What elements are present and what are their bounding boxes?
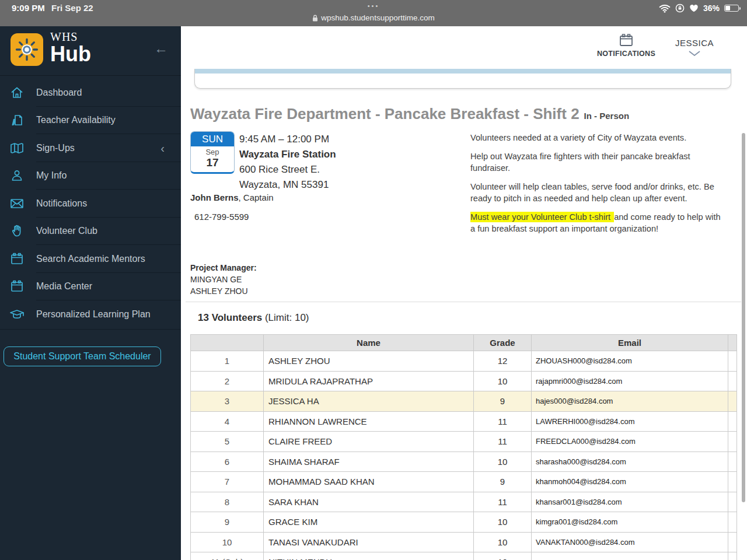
app-title: WHS Hub xyxy=(50,31,91,65)
project-manager-label: Project Manager: xyxy=(190,262,257,274)
tab-dots: ••• xyxy=(0,2,747,9)
sidebar-divider xyxy=(0,329,181,330)
cell-number: 6 xyxy=(191,452,264,472)
envelope-icon xyxy=(9,197,25,210)
cell-extra xyxy=(728,552,737,560)
description-paragraph: Must wear your Volunteer Club t-shirt an… xyxy=(470,211,727,235)
cell-name: SHAIMA SHARAF xyxy=(264,452,474,472)
cell-number: 2 xyxy=(191,371,264,391)
sidebar-item-sign-ups[interactable]: Sign-Ups ‹ xyxy=(0,134,181,162)
status-icons: 36% xyxy=(659,3,739,13)
user-menu[interactable]: JESSICA xyxy=(671,38,718,56)
cell-grade: 11 xyxy=(474,411,532,432)
cell-number: 4 xyxy=(191,411,264,432)
column-header-email: Email xyxy=(532,335,728,351)
notifications-label: NOTIFICATIONS xyxy=(594,50,658,58)
table-row[interactable]: 4 RHIANNON LAWRENCE 11 LAWRERHI000@isd28… xyxy=(191,411,737,432)
cell-grade: 11 xyxy=(474,432,532,452)
volunteers-heading: 13 Volunteers (Limit: 10) xyxy=(198,312,309,324)
calendar-icon xyxy=(9,252,25,266)
wifi-icon xyxy=(659,4,671,13)
sidebar-item-search-academic-mentors[interactable]: Search Academic Mentors xyxy=(0,245,181,273)
volunteers-table-body: 1 ASHLEY ZHOU 12 ZHOUASH000@isd284.com 2… xyxy=(191,351,737,560)
hand-icon xyxy=(9,224,25,238)
description-paragraph: Help out Wayzata fire fighters with thei… xyxy=(470,150,727,174)
cell-email: FREEDCLA000@isd284.com xyxy=(532,432,728,452)
badge-date: 17 xyxy=(191,156,234,169)
cell-number: 11 (Sub) xyxy=(191,552,264,560)
cell-email: rajapmri000@isd284.com xyxy=(532,371,728,391)
cell-grade: 11 xyxy=(474,492,532,512)
sidebar-item-teacher-availability[interactable]: Teacher Availability xyxy=(0,107,181,135)
sidebar-item-personalized-learning-plan[interactable]: Personalized Learning Plan xyxy=(0,300,181,328)
cell-grade: 10 xyxy=(474,512,532,533)
sidebar-item-notifications[interactable]: Notifications xyxy=(0,190,181,218)
cell-email: kimgra001@isd284.com xyxy=(532,512,728,533)
cell-number: 9 xyxy=(191,512,264,533)
sidebar-item-volunteer-club[interactable]: Volunteer Club xyxy=(0,218,181,246)
heart-icon xyxy=(689,4,699,12)
status-bar: 9:09 PM Fri Sep 22 ••• wpshub.studentsup… xyxy=(0,0,747,26)
sidebar-item-media-center[interactable]: Media Center xyxy=(0,273,181,301)
cell-name: MRIDULA RAJAPRATHAP xyxy=(264,371,474,391)
screen: 9:09 PM Fri Sep 22 ••• wpshub.studentsup… xyxy=(0,0,747,560)
battery-icon xyxy=(724,5,739,12)
cell-extra xyxy=(728,452,737,472)
cell-grade: 10 xyxy=(474,452,532,472)
column-header-number xyxy=(191,335,264,351)
project-manager-block: Project Manager: MINGYAN GE ASHLEY ZHOU xyxy=(190,262,257,297)
table-row[interactable]: 10 TANASI VANAKUDARI 10 VANAKTAN000@isd2… xyxy=(191,532,737,552)
cell-email: VANAKTAN000@isd284.com xyxy=(532,532,728,552)
column-header-grade: Grade xyxy=(474,335,532,351)
cell-name: MOHAMMAD SAAD KHAN xyxy=(264,472,474,492)
table-row[interactable]: 8 SARA KHAN 11 khansar001@isd284.com xyxy=(191,492,737,512)
scrolled-card-edge xyxy=(194,69,731,89)
url-bar[interactable]: wpshub.studentsupporttime.com xyxy=(0,13,747,22)
cell-name: TANASI VANAKUDARI xyxy=(264,532,474,552)
table-row[interactable]: 9 GRACE KIM 10 kimgra001@isd284.com xyxy=(191,512,737,533)
cell-number: 8 xyxy=(191,492,264,512)
page-title: Wayzata Fire Department - Pancake Breakf… xyxy=(190,105,629,123)
main-content: Wayzata Fire Department - Pancake Breakf… xyxy=(181,73,747,560)
event-phone: 612-799-5599 xyxy=(194,212,249,222)
cell-email: ZHOUASH000@isd284.com xyxy=(532,351,728,372)
table-row[interactable]: 5 CLAIRE FREED 11 FREEDCLA000@isd284.com xyxy=(191,432,737,452)
date-badge: SUN Sep 17 xyxy=(190,131,235,174)
cell-name: JESSICA HA xyxy=(264,391,474,412)
student-support-scheduler-button[interactable]: Student Support Team Scheduler xyxy=(4,346,161,366)
cell-extra xyxy=(728,472,737,492)
event-address-1: 600 Rice Street E. xyxy=(239,162,336,177)
event-location: Wayzata Fire Station xyxy=(239,147,336,162)
table-row[interactable]: 7 MOHAMMAD SAAD KHAN 9 khanmoh004@isd284… xyxy=(191,472,737,492)
rotation-lock-icon xyxy=(675,4,685,13)
table-row[interactable]: 1 ASHLEY ZHOU 12 ZHOUASH000@isd284.com xyxy=(191,351,737,372)
cell-email: sharasha000@isd284.com xyxy=(532,452,728,472)
volunteers-table: Name Grade Email 1 ASHLEY ZHOU 12 ZHOUAS… xyxy=(190,334,737,560)
table-row[interactable]: 2 MRIDULA RAJAPRATHAP 10 rajapmri000@isd… xyxy=(191,371,737,391)
cell-grade: 10 xyxy=(474,532,532,552)
cell-grade: 9 xyxy=(474,391,532,412)
table-row[interactable]: 3 JESSICA HA 9 hajes000@isd284.com xyxy=(191,391,737,412)
cell-extra xyxy=(728,432,737,452)
table-row[interactable]: 6 SHAIMA SHARAF 10 sharasha000@isd284.co… xyxy=(191,452,737,472)
sidebar-nav: Dashboard Teacher Availability Sign-Ups … xyxy=(0,79,181,328)
event-time: 9:45 AM – 12:00 PM xyxy=(239,132,336,147)
sidebar-item-dashboard[interactable]: Dashboard xyxy=(0,79,181,107)
cell-number: 3 xyxy=(191,391,264,412)
cell-name: CLAIRE FREED xyxy=(264,432,474,452)
sidebar-item-my-info[interactable]: My Info xyxy=(0,162,181,190)
cell-extra xyxy=(728,492,737,512)
cell-extra xyxy=(728,512,737,533)
section-divider xyxy=(186,302,741,302)
vertical-scrollbar[interactable] xyxy=(742,133,745,502)
sidebar-collapse-icon[interactable]: ← xyxy=(154,41,168,55)
table-header-row: Name Grade Email xyxy=(191,335,737,351)
home-icon xyxy=(9,86,25,100)
notifications-button[interactable]: NOTIFICATIONS xyxy=(594,33,658,58)
event-mode-label: In - Person xyxy=(584,111,630,121)
table-row[interactable]: 11 (Sub) NITHIN MENDU 10 xyxy=(191,552,737,560)
cell-name: ASHLEY ZHOU xyxy=(264,351,474,372)
highlighted-requirement: Must wear your Volunteer Club t-shirt xyxy=(470,212,614,222)
cell-extra xyxy=(728,351,737,372)
chevron-down-icon xyxy=(689,51,700,56)
